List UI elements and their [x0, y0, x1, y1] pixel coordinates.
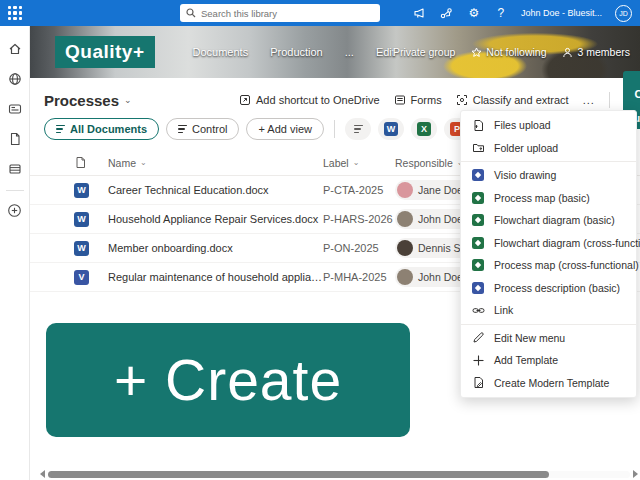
menu-item-process-map-basic[interactable]: Process map (basic) [461, 187, 636, 210]
excel-icon: X [417, 122, 431, 136]
news-icon[interactable] [4, 98, 26, 120]
document-name[interactable]: Regular maintenance of household applian… [108, 271, 323, 283]
star-icon [471, 47, 482, 58]
page-icon[interactable] [4, 128, 26, 150]
template-icon [471, 376, 485, 390]
avatar [397, 240, 413, 256]
document-label: P-ON-2025 [323, 242, 395, 254]
add-view-button[interactable]: + Add view [246, 118, 324, 140]
filter-word-button[interactable]: W [378, 118, 404, 140]
lists-icon[interactable] [4, 158, 26, 180]
menu-item-visio-drawing[interactable]: Visio drawing [461, 164, 636, 187]
view-control[interactable]: Control [166, 118, 239, 140]
help-icon[interactable]: ? [494, 6, 508, 20]
file-type-column-icon[interactable] [74, 156, 87, 169]
visio-green-icon [472, 192, 484, 204]
forms-icon [394, 94, 406, 106]
avatar [397, 182, 413, 198]
site-header-banner: Quality+ Documents Production ... Edit P… [30, 26, 640, 78]
visio-blue-icon [472, 169, 484, 181]
word-file-icon: W [74, 183, 89, 198]
scroll-right-arrow[interactable] [633, 470, 638, 478]
column-header-name[interactable]: Name⌄ [108, 157, 323, 169]
create-overlay-button[interactable]: + Create [46, 323, 410, 437]
share-nodes-icon[interactable] [440, 6, 454, 20]
app-bar [0, 26, 30, 480]
menu-item-link[interactable]: Link [461, 299, 636, 322]
plus-icon [471, 353, 485, 367]
view-lines-icon [56, 125, 65, 134]
nav-production[interactable]: Production [270, 46, 323, 58]
classify-extract-button[interactable]: Classify and extract [456, 94, 569, 106]
search-icon [186, 8, 196, 18]
view-divider [334, 120, 335, 138]
visio-green-icon [472, 237, 484, 249]
add-circle-icon[interactable] [4, 199, 26, 221]
members-button[interactable]: 3 members [562, 46, 630, 58]
create-upload-menu: Files upload Folder upload Visio drawing… [460, 110, 637, 398]
search-box[interactable] [180, 4, 380, 22]
document-label: P-MHA-2025 [323, 271, 395, 283]
menu-item-edit-new-menu[interactable]: Edit New menu [461, 327, 636, 350]
folder-upload-icon [471, 141, 485, 155]
document-name[interactable]: Member onboarding.docx [108, 242, 323, 254]
scroll-left-arrow[interactable] [40, 470, 45, 478]
view-all-documents[interactable]: All Documents [44, 118, 159, 140]
forms-button[interactable]: Forms [394, 94, 442, 106]
document-name[interactable]: Household Appliance Repair Services.docx [108, 213, 323, 225]
app-launcher-icon[interactable] [8, 6, 22, 20]
home-icon[interactable] [4, 38, 26, 60]
menu-item-add-template[interactable]: Add Template [461, 349, 636, 372]
visio-blue-icon [472, 282, 484, 294]
follow-button[interactable]: Not following [471, 46, 546, 58]
view-lines-icon [178, 125, 187, 134]
classify-icon [456, 94, 468, 106]
link-icon [471, 303, 485, 317]
site-logo[interactable]: Quality+ [55, 36, 155, 68]
column-header-label[interactable]: Label⌄ [323, 157, 395, 169]
scrollbar-thumb[interactable] [48, 471, 549, 478]
add-shortcut-button[interactable]: Add shortcut to OneDrive [239, 94, 380, 106]
menu-item-flowchart-basic[interactable]: Flowchart diagram (basic) [461, 209, 636, 232]
menu-item-process-map-cross-functional[interactable]: Process map (cross-functional) [461, 254, 636, 277]
menu-item-process-description-basic[interactable]: Process description (basic) [461, 277, 636, 300]
site-nav: Documents Production ... Edit [193, 46, 395, 58]
document-label: P-HARS-2026 [323, 213, 395, 225]
privacy-label: Private group [393, 46, 455, 58]
nav-overflow[interactable]: ... [345, 46, 354, 58]
title-chevron-icon[interactable]: ⌄ [124, 95, 132, 105]
menu-item-folder-upload[interactable]: Folder upload [461, 137, 636, 160]
suite-bar: ⚙ ? John Doe - Bluesit... JD [0, 0, 640, 26]
file-upload-icon [471, 118, 485, 132]
word-file-icon: W [74, 212, 89, 227]
search-input[interactable] [201, 8, 374, 19]
menu-item-create-modern-template[interactable]: Create Modern Template [461, 372, 636, 395]
visio-green-icon [472, 259, 484, 271]
menu-divider [461, 324, 636, 325]
document-name[interactable]: Career Technical Education.docx [108, 184, 323, 196]
horizontal-scrollbar[interactable] [40, 470, 638, 478]
megaphone-icon[interactable] [413, 6, 427, 20]
settings-gear-icon[interactable]: ⚙ [467, 6, 481, 20]
nav-documents[interactable]: Documents [193, 46, 249, 58]
filter-button[interactable] [345, 118, 371, 140]
avatar[interactable]: JD [615, 5, 632, 22]
sidebar-divider [6, 190, 24, 191]
menu-item-files-upload[interactable]: Files upload [461, 114, 636, 137]
view-bar: All Documents Control + Add view W X P P… [44, 118, 503, 140]
account-name[interactable]: John Doe - Bluesit... [521, 8, 602, 18]
filter-excel-button[interactable]: X [411, 118, 437, 140]
word-file-icon: W [74, 241, 89, 256]
filter-icon [354, 125, 363, 134]
scrollbar-track[interactable] [48, 471, 630, 478]
page-title[interactable]: Processes [44, 92, 119, 109]
command-overflow-button[interactable]: ... [583, 94, 595, 106]
menu-divider [461, 161, 636, 162]
menu-item-flowchart-cross-functional[interactable]: Flowchart diagram (cross-functional) [461, 232, 636, 255]
document-label: P-CTA-2025 [323, 184, 395, 196]
visio-green-icon [472, 214, 484, 226]
shortcut-icon [239, 94, 251, 106]
avatar [397, 211, 413, 227]
globe-icon[interactable] [4, 68, 26, 90]
avatar [397, 269, 413, 285]
